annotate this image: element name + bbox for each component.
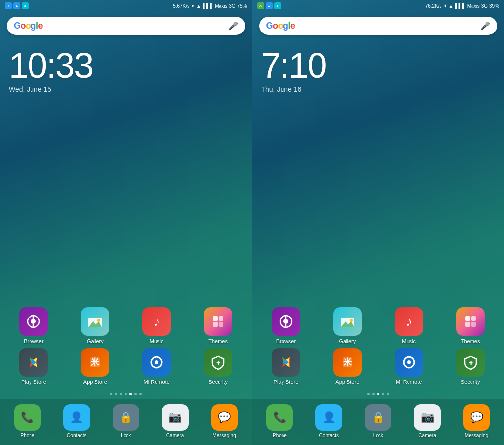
dock-left: 📞 Phone 👤 Contacts 🔒 Lock 📷 Camera 💬 Mes…	[0, 399, 252, 445]
svg-point-21	[155, 360, 158, 364]
app-item-playstore-left[interactable]: Play Store	[5, 348, 63, 385]
app-item-themes-left[interactable]: Themes	[189, 307, 247, 344]
music-label-left: Music	[150, 338, 164, 344]
clock-area-left: 10:33 Wed, June 15	[0, 39, 252, 95]
dock-messaging-left[interactable]: 💬 Messaging	[201, 404, 248, 438]
phone-icon-left: 📞	[14, 404, 41, 431]
appstore-label-right: App Store	[335, 379, 359, 385]
clock-area-right: 7:10 Thu, June 16	[252, 39, 504, 95]
app-grid-left: Browser Gallery ♪ Music The	[0, 297, 252, 389]
dock-lock-left[interactable]: 🔒 Lock	[102, 404, 150, 438]
browser-label-left: Browser	[24, 338, 43, 344]
status-bar-right: W ▲ ● 76.2K/s ✦ ▲ ▌▌▌ Maxis 3G 39%	[252, 0, 504, 12]
app-item-miremote-left[interactable]: Mi Remote	[128, 348, 186, 385]
dock-contacts-right[interactable]: 👤 Contacts	[305, 404, 352, 438]
dot-4-left	[129, 393, 132, 395]
dock-contacts-left[interactable]: 👤 Contacts	[53, 404, 100, 438]
wifi-icon-right: ▲	[449, 3, 454, 9]
status-icon-app2: ▲	[13, 2, 20, 9]
status-icon-app2r: ▲	[266, 2, 273, 9]
dot-6-left	[139, 393, 142, 395]
dock-camera-left[interactable]: 📷 Camera	[152, 404, 199, 438]
bt-icon-right: ✦	[443, 3, 447, 9]
svg-point-24	[284, 319, 288, 324]
appstore-label-left: App Store	[83, 379, 107, 385]
dot-2-left	[120, 393, 122, 395]
app-item-music-right[interactable]: ♪ Music	[380, 307, 438, 344]
svg-text:✚: ✚	[468, 360, 472, 366]
themes-icon-left	[204, 307, 232, 336]
contacts-icon-left: 👤	[63, 404, 90, 431]
contacts-label-right: Contacts	[319, 433, 339, 438]
app-item-playstore-right[interactable]: Play Store	[257, 348, 315, 385]
right-phone-screen: W ▲ ● 76.2K/s ✦ ▲ ▌▌▌ Maxis 3G 39% Googl…	[252, 0, 504, 445]
dock-phone-right[interactable]: 📞 Phone	[256, 404, 304, 438]
mic-icon-left[interactable]: 🎤	[228, 21, 238, 31]
app-item-themes-right[interactable]: Themes	[441, 307, 499, 344]
contacts-icon-right: 👤	[315, 404, 342, 431]
svg-text:✚: ✚	[216, 360, 220, 366]
gallery-label-left: Gallery	[87, 338, 104, 344]
bt-icon-left: ✦	[191, 3, 195, 9]
app-item-music-left[interactable]: ♪ Music	[128, 307, 186, 344]
status-left-icons: f ▲ ●	[5, 2, 29, 9]
app-grid-right: Browser Gallery ♪ Music The	[252, 297, 504, 389]
dot-0-right	[367, 393, 370, 395]
dock-camera-right[interactable]: 📷 Camera	[404, 404, 451, 438]
lock-icon-right: 🔒	[365, 404, 391, 431]
app-item-security-right[interactable]: ✚ Security	[441, 348, 499, 385]
themes-label-right: Themes	[461, 338, 480, 344]
app-item-security-left[interactable]: ✚ Security	[189, 348, 247, 385]
appstore-icon-right: 米	[333, 348, 362, 377]
browser-icon-left	[19, 307, 48, 336]
playstore-icon-left	[19, 348, 48, 377]
music-icon-left: ♪	[142, 307, 171, 336]
gallery-icon-right	[333, 307, 362, 336]
carrier-left: Maxis 3G	[215, 3, 235, 9]
status-left-icons-right: W ▲ ●	[257, 2, 281, 9]
status-icon-app3r: ●	[274, 2, 281, 9]
mic-icon-right[interactable]: 🎤	[480, 21, 490, 31]
clock-date-left: Wed, June 15	[9, 85, 243, 93]
status-icon-wa: W	[257, 2, 264, 9]
app-item-browser-left[interactable]: Browser	[5, 307, 63, 344]
gallery-icon-left	[81, 307, 109, 336]
app-item-gallery-left[interactable]: Gallery	[66, 307, 124, 344]
browser-icon-right	[272, 307, 300, 336]
lock-icon-left: 🔒	[113, 404, 139, 431]
app-item-gallery-right[interactable]: Gallery	[318, 307, 376, 344]
svg-point-1	[31, 319, 36, 324]
dock-phone-left[interactable]: 📞 Phone	[4, 404, 51, 438]
page-dots-left	[0, 389, 252, 399]
google-logo-right: Google	[266, 21, 295, 31]
app-item-appstore-right[interactable]: 米 App Store	[318, 348, 376, 385]
appstore-icon-left: 米	[81, 348, 109, 377]
left-phone-screen: f ▲ ● 5.67K/s ✦ ▲ ▌▌▌ Maxis 3G 75% Googl…	[0, 0, 252, 445]
svg-text:米: 米	[90, 357, 100, 367]
svg-rect-30	[465, 316, 470, 321]
security-icon-right: ✚	[456, 348, 485, 377]
status-right-info: 5.67K/s ✦ ▲ ▌▌▌ Maxis 3G 75%	[173, 3, 247, 9]
status-right-info-right: 76.2K/s ✦ ▲ ▌▌▌ Maxis 3G 39%	[425, 3, 499, 9]
svg-rect-31	[471, 316, 476, 321]
google-search-bar-right[interactable]: Google 🎤	[259, 17, 498, 35]
clock-date-right: Thu, June 16	[261, 85, 496, 93]
google-logo-left: Google	[14, 21, 43, 31]
dock-messaging-right[interactable]: 💬 Messaging	[453, 404, 500, 438]
themes-icon-right	[456, 307, 485, 336]
status-bar-left: f ▲ ● 5.67K/s ✦ ▲ ▌▌▌ Maxis 3G 75%	[0, 0, 252, 12]
app-item-miremote-right[interactable]: Mi Remote	[380, 348, 438, 385]
dock-lock-right[interactable]: 🔒 Lock	[354, 404, 402, 438]
clock-time-right: 7:10	[261, 48, 496, 83]
camera-icon-right: 📷	[414, 404, 441, 431]
contacts-label-left: Contacts	[67, 433, 86, 438]
svg-rect-9	[213, 322, 218, 327]
miremote-icon-right	[395, 348, 423, 377]
svg-rect-33	[471, 322, 476, 327]
signal-icon-right: ▌▌▌	[455, 3, 465, 9]
app-item-appstore-left[interactable]: 米 App Store	[66, 348, 124, 385]
google-search-bar-left[interactable]: Google 🎤	[7, 17, 245, 35]
messaging-label-right: Messaging	[465, 433, 488, 438]
lock-label-left: Lock	[121, 433, 131, 438]
app-item-browser-right[interactable]: Browser	[257, 307, 315, 344]
